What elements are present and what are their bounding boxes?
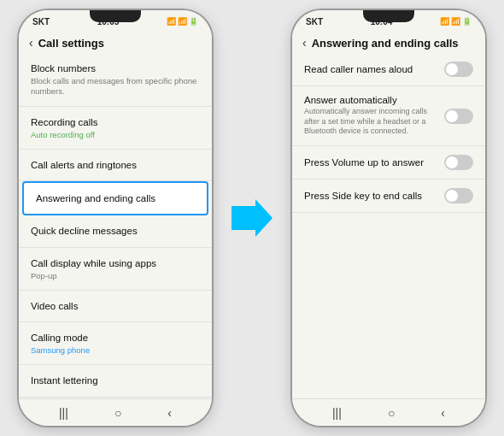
right-status-icons: 📶 📶 🔋: [440, 17, 472, 26]
item-subtitle: Block calls and messages from specific p…: [31, 76, 200, 97]
right-back-nav-button[interactable]: ‹: [441, 406, 445, 420]
right-settings-list: Read caller names aloud Answer automatic…: [292, 53, 485, 398]
row-text: Answer automatically Automatically answe…: [304, 95, 444, 137]
right-home-button[interactable]: ○: [388, 406, 395, 420]
item-title: Quick decline messages: [31, 224, 200, 238]
answer-auto-toggle[interactable]: [444, 109, 473, 124]
item-title: Recording calls: [31, 115, 200, 129]
item-title: Video calls: [31, 299, 200, 313]
left-screen: ‹ Call settings Block numbers Block call…: [19, 29, 212, 398]
row-text: Read caller names aloud: [304, 64, 444, 74]
left-back-button[interactable]: ‹: [29, 36, 33, 50]
row-text: Press Volume up to answer: [304, 157, 444, 168]
read-caller-toggle[interactable]: [444, 62, 473, 77]
right-top-bar: ‹ Answering and ending calls: [292, 29, 485, 53]
list-item[interactable]: Block numbers Block calls and messages f…: [19, 53, 212, 107]
item-subtitle: Auto recording off: [31, 130, 200, 140]
volume-up-toggle[interactable]: [444, 155, 473, 170]
side-key-toggle[interactable]: [444, 188, 473, 203]
row-text: Press Side key to end calls: [304, 191, 444, 201]
wifi-icon: 📶: [440, 17, 449, 26]
list-item[interactable]: Calling mode Samsung phone: [19, 322, 212, 365]
item-title: Block numbers: [31, 62, 200, 75]
item-title: Answering and ending calls: [36, 191, 195, 205]
right-screen: ‹ Answering and ending calls Read caller…: [292, 29, 485, 398]
right-carrier: SKT: [306, 17, 323, 27]
left-top-bar: ‹ Call settings: [19, 29, 212, 53]
list-item[interactable]: Call display while using apps Pop-up: [19, 248, 212, 291]
notch: [90, 10, 141, 22]
right-back-button[interactable]: ‹: [302, 36, 307, 50]
list-item[interactable]: Instant lettering: [19, 365, 212, 397]
svg-marker-0: [231, 199, 273, 237]
right-bottom-nav: ||| ○ ‹: [292, 398, 485, 426]
row-title: Answer automatically: [304, 95, 437, 105]
list-item[interactable]: Recording calls Auto recording off: [19, 107, 212, 150]
row-title: Read caller names aloud: [304, 64, 437, 74]
list-item[interactable]: Call alerts and ringtones: [19, 150, 212, 181]
item-title: Calling mode: [31, 331, 200, 345]
left-page-title: Call settings: [38, 37, 104, 50]
notch: [363, 10, 414, 22]
left-home-button[interactable]: ○: [114, 406, 121, 420]
item-subtitle: Samsung phone: [31, 345, 200, 356]
transition-arrow: [231, 199, 273, 237]
left-status-icons: 📶 📶 🔋: [167, 17, 198, 26]
left-recents-button[interactable]: |||: [59, 406, 68, 420]
left-bottom-nav: ||| ○ ‹: [19, 398, 212, 426]
item-title: Instant lettering: [31, 374, 200, 387]
right-page-title: Answering and ending calls: [312, 37, 459, 50]
right-phone: SKT 10:04 📶 📶 🔋 ‹ Answering and ending c…: [290, 9, 487, 427]
row-title: Press Side key to end calls: [304, 191, 437, 201]
right-recents-button[interactable]: |||: [332, 406, 342, 420]
volume-up-answer-row[interactable]: Press Volume up to answer: [292, 146, 485, 180]
left-back-nav-button[interactable]: ‹: [167, 406, 172, 420]
row-subtitle: Automatically answer incoming calls afte…: [304, 107, 437, 137]
left-phone: SKT 10:05 📶 📶 🔋 ‹ Call settings Block nu…: [17, 9, 214, 427]
list-item[interactable]: Quick decline messages: [19, 215, 212, 247]
item-title: Call display while using apps: [31, 256, 200, 270]
read-caller-names-row[interactable]: Read caller names aloud: [292, 53, 485, 86]
battery-icon: 🔋: [462, 17, 472, 26]
signal-icon: 📶: [451, 17, 460, 26]
signal-icon: 📶: [178, 17, 187, 26]
list-item[interactable]: Video calls: [19, 291, 212, 322]
left-settings-list: Block numbers Block calls and messages f…: [19, 53, 212, 398]
wifi-icon: 📶: [167, 17, 176, 26]
row-title: Press Volume up to answer: [304, 157, 437, 168]
battery-icon: 🔋: [189, 17, 198, 26]
answer-automatically-row[interactable]: Answer automatically Automatically answe…: [292, 86, 485, 146]
item-title: Call alerts and ringtones: [31, 158, 200, 172]
side-key-end-row[interactable]: Press Side key to end calls: [292, 180, 485, 213]
answering-ending-calls-item[interactable]: Answering and ending calls: [22, 181, 208, 215]
arrow-svg: [231, 199, 273, 237]
left-carrier: SKT: [32, 17, 50, 27]
item-subtitle: Pop-up: [31, 271, 200, 281]
